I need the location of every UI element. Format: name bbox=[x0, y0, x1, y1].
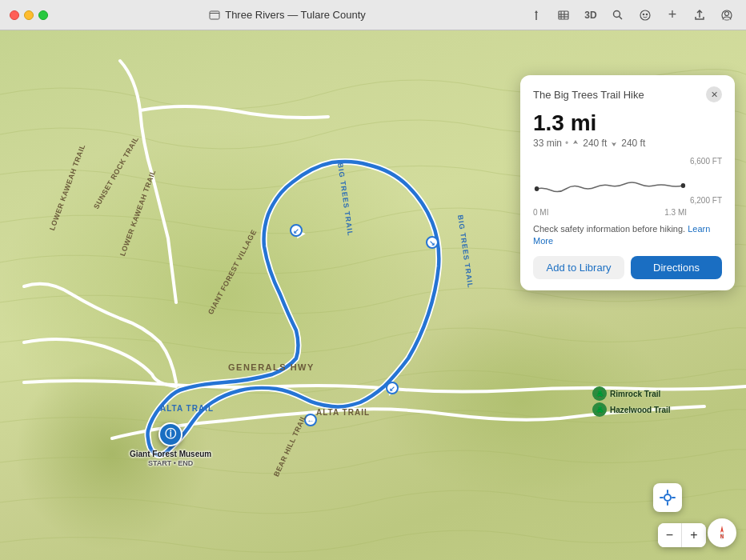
map-icon bbox=[209, 10, 220, 21]
svg-point-32 bbox=[681, 183, 685, 188]
svg-rect-0 bbox=[210, 11, 219, 19]
svg-point-14 bbox=[725, 11, 729, 15]
panel-distance: 1.3 mi bbox=[533, 110, 722, 136]
threed-button[interactable]: 3D bbox=[581, 6, 600, 25]
share-button[interactable] bbox=[690, 6, 709, 25]
svg-point-27 bbox=[664, 494, 671, 501]
dist-start: 0 MI bbox=[533, 208, 548, 217]
down-arrow-icon bbox=[610, 139, 618, 147]
elevation-down: 240 ft bbox=[621, 138, 645, 149]
svg-point-10 bbox=[640, 10, 650, 20]
separator-1: • bbox=[565, 138, 568, 149]
elevation-labels: 6,600 FT 6,200 FT bbox=[690, 157, 722, 205]
safety-text: Check safety information before hiking. bbox=[533, 224, 685, 234]
hazelwood-trail-poi[interactable]: 🌲 Hazelwood Trail bbox=[592, 402, 671, 417]
museum-label: Giant Forest Museum START • END bbox=[130, 449, 211, 469]
svg-point-31 bbox=[535, 186, 539, 191]
toolbar-right: 3D + bbox=[527, 6, 746, 25]
hazelwood-label: Hazelwood Trail bbox=[610, 406, 671, 414]
svg-text:N: N bbox=[720, 534, 724, 539]
layers-icon[interactable] bbox=[554, 6, 573, 25]
museum-icon: ⓘ bbox=[158, 422, 182, 446]
zoom-controls: − + bbox=[658, 523, 706, 547]
account-button[interactable] bbox=[717, 6, 736, 25]
svg-point-11 bbox=[643, 14, 644, 14]
close-button[interactable] bbox=[10, 10, 19, 20]
directions-button[interactable]: Directions bbox=[631, 256, 722, 279]
info-panel: The Big Trees Trail Hike ✕ 1.3 mi 33 min… bbox=[520, 75, 735, 290]
time-value: 33 min bbox=[533, 138, 562, 149]
elevation-up: 240 ft bbox=[583, 138, 607, 149]
elevation-low: 6,200 FT bbox=[690, 196, 722, 205]
generals-hwy-label: GENERALS HWY bbox=[228, 362, 315, 372]
add-button[interactable]: + bbox=[663, 6, 682, 25]
elevation-chart: 6,600 FT 6,200 FT bbox=[533, 157, 722, 205]
panel-title: The Big Trees Trail Hike bbox=[533, 89, 644, 101]
minimize-button[interactable] bbox=[24, 10, 34, 20]
chart-area bbox=[533, 157, 687, 205]
rimrock-icon: 🌲 bbox=[592, 386, 607, 401]
hazelwood-icon: 🌲 bbox=[592, 402, 607, 417]
rimrock-label: Rimrock Trail bbox=[610, 390, 660, 398]
titlebar: Three Rivers — Tulare County 3D + bbox=[0, 0, 746, 30]
traffic-lights bbox=[0, 10, 48, 20]
svg-rect-1 bbox=[210, 13, 219, 14]
panel-actions: Add to Library Directions bbox=[533, 256, 722, 279]
panel-close-button[interactable]: ✕ bbox=[706, 86, 722, 102]
elevation-svg bbox=[533, 157, 687, 205]
alta-trail-label: ALTA TRAIL bbox=[316, 408, 370, 417]
smiley-icon[interactable] bbox=[636, 6, 655, 25]
svg-point-8 bbox=[614, 10, 620, 17]
panel-meta: 33 min • 240 ft 240 ft bbox=[533, 138, 722, 149]
gps-button[interactable] bbox=[653, 483, 682, 512]
directions-toolbar-icon[interactable] bbox=[527, 6, 546, 25]
compass-svg: N bbox=[712, 523, 732, 542]
add-to-library-button[interactable]: Add to Library bbox=[533, 256, 624, 279]
map-container[interactable]: ↙ ↘ ↙ ← GENERALS HWY ALTA TRAIL SUNSET R… bbox=[0, 30, 746, 560]
up-arrow-icon bbox=[572, 139, 580, 147]
giant-forest-museum-poi[interactable]: ⓘ Giant Forest Museum START • END bbox=[130, 422, 211, 469]
title-area: Three Rivers — Tulare County bbox=[48, 9, 527, 21]
svg-rect-3 bbox=[559, 11, 568, 19]
rimrock-trail-poi[interactable]: 🌲 Rimrock Trail bbox=[592, 386, 660, 401]
panel-header: The Big Trees Trail Hike ✕ bbox=[533, 86, 722, 102]
svg-line-9 bbox=[620, 16, 623, 19]
elevation-high: 6,600 FT bbox=[690, 157, 722, 166]
compass[interactable]: N bbox=[708, 518, 736, 547]
compass-needle: N bbox=[711, 522, 733, 544]
safety-notice: Check safety information before hiking. … bbox=[533, 223, 722, 248]
zoom-in-button[interactable]: + bbox=[682, 523, 706, 547]
dist-end: 1.3 MI bbox=[664, 208, 687, 217]
search-button[interactable] bbox=[608, 6, 628, 25]
distance-labels: 0 MI 1.3 MI bbox=[533, 208, 722, 217]
svg-marker-28 bbox=[720, 526, 724, 533]
zoom-out-button[interactable]: − bbox=[658, 523, 682, 547]
fullscreen-button[interactable] bbox=[38, 10, 48, 20]
alta-trail-path-label: ALTA TRAIL bbox=[160, 404, 214, 413]
svg-point-12 bbox=[646, 14, 647, 14]
window-title: Three Rivers — Tulare County bbox=[225, 9, 366, 21]
gps-icon bbox=[659, 489, 676, 506]
